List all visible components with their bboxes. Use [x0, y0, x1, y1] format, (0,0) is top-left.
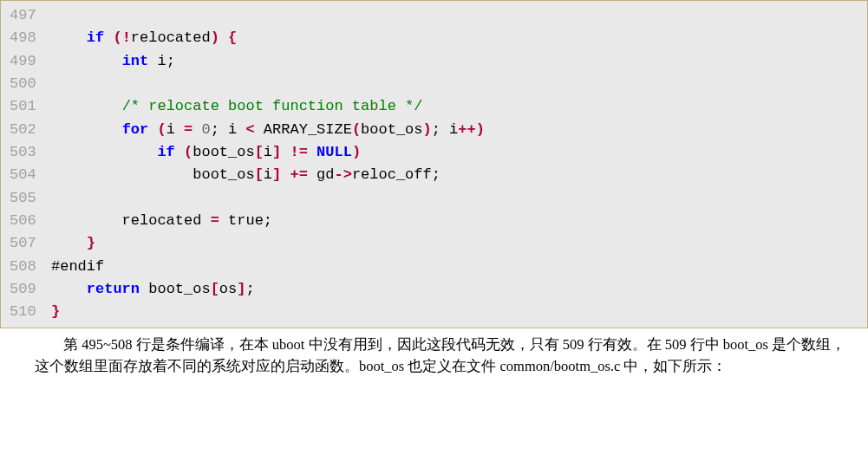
line-number: 499 [1, 50, 51, 73]
code-line: 501 /* relocate boot function table */ [1, 95, 867, 118]
code-line: 500 [1, 73, 867, 95]
line-number: 510 [1, 301, 51, 323]
line-number: 504 [1, 164, 51, 186]
explanation-paragraph: 第 495~508 行是条件编译，在本 uboot 中没有用到，因此这段代码无效… [0, 328, 868, 386]
line-number: 506 [1, 210, 51, 232]
line-number: 508 [1, 256, 51, 278]
code-line: 499 int i; [1, 50, 867, 73]
code-content: return boot_os[os]; [51, 278, 255, 301]
code-content [51, 187, 60, 210]
line-number: 498 [1, 27, 51, 49]
code-line: 508#endif [1, 256, 867, 278]
code-content: int i; [51, 50, 175, 73]
code-line: 504 boot_os[i] += gd->reloc_off; [1, 164, 867, 186]
line-number: 501 [1, 95, 51, 118]
line-number: 505 [1, 187, 51, 210]
code-line: 509 return boot_os[os]; [1, 278, 867, 301]
code-content: if (!relocated) { [51, 27, 237, 49]
code-content: } [51, 301, 60, 323]
code-line: 503 if (boot_os[i] != NULL) [1, 141, 867, 164]
line-number: 503 [1, 141, 51, 164]
line-number: 507 [1, 232, 51, 255]
code-line: 507 } [1, 232, 867, 255]
line-number: 500 [1, 73, 51, 95]
code-content: #endif [51, 256, 104, 278]
code-line: 497 [1, 4, 867, 27]
code-content [51, 73, 60, 95]
code-line: 505 [1, 187, 867, 210]
paragraph-text: 第 495~508 行是条件编译，在本 uboot 中没有用到，因此这段代码无效… [35, 334, 854, 378]
code-line: 502 for (i = 0; i < ARRAY_SIZE(boot_os);… [1, 119, 867, 141]
code-content: if (boot_os[i] != NULL) [51, 141, 361, 164]
code-content [51, 4, 60, 27]
line-number: 502 [1, 119, 51, 141]
line-number: 497 [1, 4, 51, 27]
code-content: for (i = 0; i < ARRAY_SIZE(boot_os); i++… [51, 119, 485, 141]
line-number: 509 [1, 278, 51, 301]
code-content: } [51, 232, 95, 255]
code-line: 510} [1, 301, 867, 323]
code-block: 497 498 if (!relocated) {499 int i;500 5… [0, 0, 868, 328]
code-line: 506 relocated = true; [1, 210, 867, 232]
code-content: relocated = true; [51, 210, 272, 232]
code-line: 498 if (!relocated) { [1, 27, 867, 49]
code-content: boot_os[i] += gd->reloc_off; [51, 164, 441, 186]
code-content: /* relocate boot function table */ [51, 95, 422, 118]
